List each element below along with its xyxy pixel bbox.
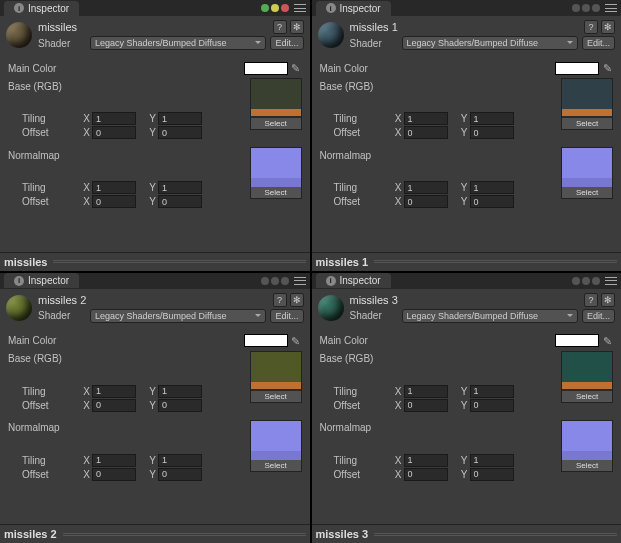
norm-offset-x-input[interactable] [404, 468, 448, 481]
gear-icon[interactable]: ✻ [290, 293, 304, 307]
base-tiling-x-input[interactable] [92, 385, 136, 398]
panel-menu-icon[interactable] [294, 277, 306, 285]
gear-icon[interactable]: ✻ [290, 20, 304, 34]
inspector-tab[interactable]: i Inspector [316, 273, 391, 288]
base-texture-slot[interactable]: Select [561, 351, 613, 403]
base-offset-x-input[interactable] [404, 399, 448, 412]
gear-icon[interactable]: ✻ [601, 293, 615, 307]
edit-button[interactable]: Edit... [582, 36, 615, 50]
norm-tiling-x-input[interactable] [92, 181, 136, 194]
select-button[interactable]: Select [251, 460, 301, 471]
help-icon[interactable]: ? [584, 293, 598, 307]
base-offset-y-input[interactable] [158, 399, 202, 412]
inspector-tab[interactable]: i Inspector [316, 1, 391, 16]
dot-icon[interactable] [582, 4, 590, 12]
base-tiling-x-input[interactable] [404, 385, 448, 398]
material-preview-icon[interactable] [318, 295, 344, 321]
base-texture-slot[interactable]: Select [250, 351, 302, 403]
norm-tiling-y-input[interactable] [158, 454, 202, 467]
normalmap-texture-slot[interactable]: Select [561, 420, 613, 472]
dot-icon[interactable] [592, 277, 600, 285]
color-field[interactable] [555, 334, 599, 347]
base-tiling-y-input[interactable] [470, 385, 514, 398]
eyedropper-icon[interactable]: ✎ [601, 335, 613, 347]
select-button[interactable]: Select [562, 118, 612, 129]
dot-icon[interactable] [572, 4, 580, 12]
base-offset-y-input[interactable] [158, 126, 202, 139]
select-button[interactable]: Select [251, 391, 301, 402]
shader-dropdown[interactable]: Legacy Shaders/Bumped Diffuse [402, 36, 578, 50]
material-preview-icon[interactable] [6, 295, 32, 321]
dot-green-icon[interactable] [261, 4, 269, 12]
panel-menu-icon[interactable] [605, 277, 617, 285]
norm-offset-y-input[interactable] [158, 468, 202, 481]
help-icon[interactable]: ? [273, 293, 287, 307]
eyedropper-icon[interactable]: ✎ [290, 62, 302, 74]
gear-icon[interactable]: ✻ [601, 20, 615, 34]
base-texture-slot[interactable]: Select [561, 78, 613, 130]
norm-tiling-y-input[interactable] [158, 181, 202, 194]
norm-offset-y-input[interactable] [470, 195, 514, 208]
dot-red-icon[interactable] [281, 4, 289, 12]
edit-button[interactable]: Edit... [270, 309, 303, 323]
norm-tiling-y-input[interactable] [470, 454, 514, 467]
inspector-tab[interactable]: i Inspector [4, 1, 79, 16]
norm-offset-y-input[interactable] [158, 195, 202, 208]
preview-footer[interactable]: missiles 1 [312, 252, 622, 271]
norm-tiling-x-input[interactable] [404, 454, 448, 467]
dot-icon[interactable] [582, 277, 590, 285]
select-button[interactable]: Select [562, 391, 612, 402]
norm-offset-x-input[interactable] [92, 195, 136, 208]
panel-menu-icon[interactable] [605, 4, 617, 12]
dot-icon[interactable] [592, 4, 600, 12]
select-button[interactable]: Select [251, 187, 301, 198]
dot-icon[interactable] [271, 277, 279, 285]
base-texture-slot[interactable]: Select [250, 78, 302, 130]
preview-footer[interactable]: missiles [0, 252, 310, 271]
norm-offset-y-input[interactable] [470, 468, 514, 481]
norm-offset-x-input[interactable] [404, 195, 448, 208]
material-preview-icon[interactable] [318, 22, 344, 48]
normalmap-texture-slot[interactable]: Select [250, 147, 302, 199]
inspector-tab[interactable]: i Inspector [4, 273, 79, 288]
base-offset-x-input[interactable] [92, 399, 136, 412]
color-field[interactable] [244, 62, 288, 75]
color-field[interactable] [244, 334, 288, 347]
preview-footer[interactable]: missiles 3 [312, 524, 622, 543]
norm-tiling-x-input[interactable] [92, 454, 136, 467]
shader-dropdown[interactable]: Legacy Shaders/Bumped Diffuse [402, 309, 578, 323]
base-offset-y-input[interactable] [470, 126, 514, 139]
norm-tiling-y-input[interactable] [470, 181, 514, 194]
base-offset-x-input[interactable] [92, 126, 136, 139]
base-tiling-x-input[interactable] [404, 112, 448, 125]
base-offset-y-input[interactable] [470, 399, 514, 412]
edit-button[interactable]: Edit... [582, 309, 615, 323]
normalmap-texture-slot[interactable]: Select [250, 420, 302, 472]
base-tiling-y-input[interactable] [470, 112, 514, 125]
help-icon[interactable]: ? [584, 20, 598, 34]
dot-yellow-icon[interactable] [271, 4, 279, 12]
normalmap-texture-slot[interactable]: Select [561, 147, 613, 199]
select-button[interactable]: Select [562, 460, 612, 471]
base-tiling-y-input[interactable] [158, 385, 202, 398]
dot-icon[interactable] [572, 277, 580, 285]
color-field[interactable] [555, 62, 599, 75]
base-offset-x-input[interactable] [404, 126, 448, 139]
norm-tiling-x-input[interactable] [404, 181, 448, 194]
base-tiling-x-input[interactable] [92, 112, 136, 125]
preview-footer[interactable]: missiles 2 [0, 524, 310, 543]
panel-menu-icon[interactable] [294, 4, 306, 12]
select-button[interactable]: Select [251, 118, 301, 129]
material-preview-icon[interactable] [6, 22, 32, 48]
eyedropper-icon[interactable]: ✎ [290, 335, 302, 347]
shader-dropdown[interactable]: Legacy Shaders/Bumped Diffuse [90, 309, 266, 323]
norm-offset-x-input[interactable] [92, 468, 136, 481]
dot-icon[interactable] [281, 277, 289, 285]
dot-icon[interactable] [261, 277, 269, 285]
edit-button[interactable]: Edit... [270, 36, 303, 50]
eyedropper-icon[interactable]: ✎ [601, 62, 613, 74]
select-button[interactable]: Select [562, 187, 612, 198]
shader-dropdown[interactable]: Legacy Shaders/Bumped Diffuse [90, 36, 266, 50]
base-tiling-y-input[interactable] [158, 112, 202, 125]
help-icon[interactable]: ? [273, 20, 287, 34]
